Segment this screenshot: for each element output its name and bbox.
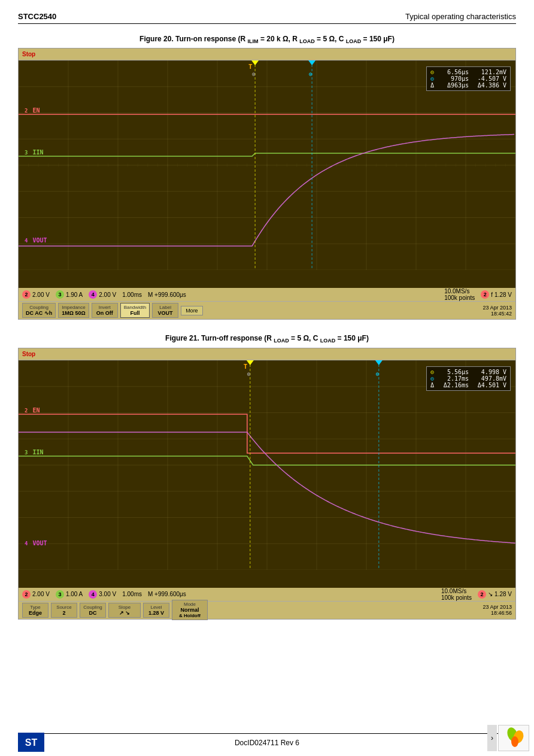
scope2-ctrl-bar: Type Edge Source 2 Coupling DC Slope ↗ ↘… [19, 601, 515, 619]
figure-20-section: Figure 20. Turn-on response (R ILIM = 20… [18, 35, 516, 320]
cursor-b-time: 970μs [439, 75, 469, 82]
scope2-status-bar: 2 2.00 V 3 1.00 A 4 3.00 V 1.00ms M +999… [19, 588, 515, 601]
scope1-ch2-label: 2 EN [23, 107, 40, 114]
s2-cursor-a-val: 4.998 V [474, 369, 506, 375]
ctrl-more-btn[interactable]: More [181, 306, 203, 315]
fig20-title-text: Figure 20. Turn-on response (R ILIM = 20… [139, 35, 395, 43]
s2-ctrl-coupling: Coupling DC [80, 603, 106, 618]
s2-coupling-val: DC [89, 610, 97, 616]
s2-cursor-a-row: ⊙ 5.56μs 4.998 V [430, 369, 506, 375]
scope2-trigger: 2 ↘ 1.28 V [478, 590, 512, 599]
ctrl-coupling: Coupling DC AC ∿h [22, 303, 56, 318]
scope1-canvas [19, 60, 515, 270]
type-val: Edge [29, 610, 42, 616]
scope2-time-div: 1.00ms [122, 591, 142, 597]
s2-ch4-badge: 4 [89, 590, 97, 599]
scope1-ch4-status: 4 2.00 V [89, 290, 116, 299]
type-label: Type [30, 605, 40, 610]
page-footer: ST DocID024711 Rev 6 25/32 [18, 733, 516, 747]
s2-delta-marker: Δ [430, 382, 434, 388]
delta-marker: Δ [430, 82, 434, 89]
scope2-ch4-label: 4 VOUT [23, 540, 47, 546]
level-label: Level [150, 605, 162, 610]
coupling-label: Coupling [29, 305, 48, 310]
scope2-info-box: ⊙ 5.56μs 4.998 V ⊙ 2.17ms 497.8mV Δ Δ2.1… [426, 366, 511, 391]
scope1-status-bar: 2 2.00 V 3 1.90 A 4 2.00 V 1.00ms M +999… [19, 288, 515, 301]
st-logo-svg: ST [18, 733, 44, 752]
scope2-time-offset: M +999.600μs [148, 591, 186, 597]
scope1-ch3-status: 3 1.90 A [56, 290, 83, 299]
scope2-screen: ⊙ 5.56μs 4.998 V ⊙ 2.17ms 497.8mV Δ Δ2.1… [19, 360, 515, 588]
scope2-top-bar: Stop [19, 348, 515, 360]
scope2-ch3-current: 1.00 A [66, 591, 83, 597]
svg-text:ST: ST [25, 737, 38, 748]
figure-21-section: Figure 21. Turn-off response (R LOAD = 5… [18, 334, 516, 619]
scope1-sample-rate: 10.0MS/s 100k points [444, 288, 475, 301]
scope1-info-box: ⊙ 6.56μs 121.2mV ⊙ 970μs -4.507 V Δ Δ963… [426, 66, 511, 91]
footer-logo: ST [18, 733, 44, 754]
page: STCC2540 Typical operating characteristi… [0, 0, 534, 756]
scope2-date: 23 Apr 2013 [483, 604, 512, 610]
s2-ctrl-slope: Slope ↗ ↘ [108, 603, 141, 618]
s2-delta-val: Δ4.501 V [474, 382, 506, 388]
section-title: Typical operating characteristics [405, 12, 516, 21]
figure-20-title: Figure 20. Turn-on response (R ILIM = 20… [18, 35, 516, 44]
s2-ctrl-type: Type Edge [22, 603, 48, 618]
scope2-ch4-voltage: 3.00 V [99, 591, 116, 597]
scope2-trig-symbol: ↘ [488, 591, 493, 597]
corner-decoration [498, 725, 529, 751]
source-val: 2 [62, 610, 65, 616]
s2-cursor-a-marker: ⊙ [430, 369, 434, 375]
scope-1-container: Stop ⊙ 6.56μs 121.2mV ⊙ 970μs -4.507 [18, 48, 516, 320]
cursor-b-marker: ⊙ [430, 75, 434, 82]
ctrl-impedance: Impedance 1MΩ 50Ω [58, 303, 89, 318]
slope-label: Slope [119, 605, 131, 610]
corner-logo-svg [502, 727, 526, 749]
ctrl-label-vout: Label VOUT [152, 303, 178, 318]
fig21-title-text: Figure 21. Turn-off response (R LOAD = 5… [165, 334, 369, 342]
scope1-screen: ⊙ 6.56μs 121.2mV ⊙ 970μs -4.507 V Δ Δ963… [19, 60, 515, 288]
delta-val: Δ4.386 V [474, 82, 506, 89]
bandwidth-label: Bandwidth [124, 305, 146, 310]
label-label: Label [159, 305, 171, 310]
scope1-top-bar: Stop [19, 48, 515, 60]
scope2-datetime: 23 Apr 2013 18:46:56 [483, 604, 512, 616]
cursor-b-row: ⊙ 970μs -4.507 V [430, 75, 506, 82]
scope2-ch2-status: 2 2.00 V [22, 590, 50, 599]
cursor-a-time: 6.56μs [439, 69, 469, 75]
ch4-badge: 4 [89, 290, 97, 299]
cursor-a-row: ⊙ 6.56μs 121.2mV [430, 69, 506, 75]
s2-cursor-b-val: 497.8mV [474, 375, 506, 382]
page-header: STCC2540 Typical operating characteristi… [18, 12, 516, 24]
impedance-val: 1MΩ 50Ω [62, 310, 85, 316]
mode-val: Normal [180, 607, 199, 613]
scope2-ch3-label: 3 IIN [23, 449, 44, 456]
scope1-ch3-label: 3 IIN [23, 149, 44, 156]
label-val: VOUT [158, 310, 173, 316]
ctrl-bandwidth[interactable]: Bandwidth Full [120, 303, 150, 318]
scope1-time-offset: M +999.600μs [148, 292, 186, 298]
scope1-ch4-label: 4 VOUT [23, 237, 47, 244]
footer-doc-id: DocID024711 Rev 6 [235, 739, 299, 747]
scope2-time: 18:46:56 [483, 610, 512, 616]
svg-point-4 [511, 736, 518, 747]
s2-ctrl-mode: Mode Normal & Holdoff [172, 600, 208, 620]
scope1-ch2-status: 2 2.00 V [22, 290, 50, 299]
scope1-ctrl-bar: Coupling DC AC ∿h Impedance 1MΩ 50Ω Inve… [19, 301, 515, 319]
s2-ch3-badge: 3 [56, 590, 64, 599]
scope1-date: 23 Apr 2013 [483, 305, 512, 311]
nav-arrow-right[interactable]: › [487, 725, 497, 751]
s2-cursor-b-time: 2.17ms [439, 375, 469, 382]
s2-ctrl-source: Source 2 [51, 603, 77, 618]
cursor-a-val: 121.2mV [474, 69, 506, 75]
ch2-badge: 2 [22, 290, 31, 299]
chip-name: STCC2540 [18, 12, 56, 21]
scope1-trigger: 2 f 1.28 V [481, 290, 512, 299]
s2-ch2-badge: 2 [22, 590, 31, 599]
impedance-label: Impedance [62, 305, 86, 310]
invert-label: Invert [99, 305, 111, 310]
s2-cursor-a-time: 5.56μs [439, 369, 469, 375]
scope2-canvas [19, 360, 515, 570]
s2-ctrl-level: Level 1.28 V [143, 603, 169, 618]
trig-badge: 2 [481, 290, 489, 299]
